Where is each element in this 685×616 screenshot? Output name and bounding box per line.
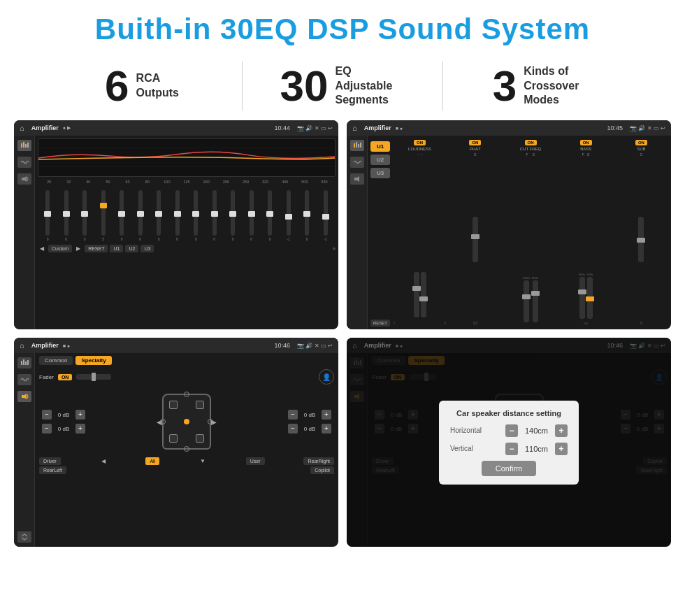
svg-rect-11 — [360, 143, 361, 148]
eq-home-icon[interactable]: ⌂ — [20, 124, 24, 132]
u2-btn[interactable]: U2 — [370, 155, 390, 165]
dialog-vertical-minus[interactable]: − — [505, 443, 518, 455]
dialog-horizontal-value: 140cm — [521, 427, 552, 435]
confirm-button[interactable]: Confirm — [482, 461, 537, 476]
dialog-vertical-plus[interactable]: + — [555, 443, 568, 455]
freq-32: 32 — [59, 180, 78, 184]
fader-tab-specialty[interactable]: Specialty — [75, 356, 111, 365]
rear-right-btn[interactable]: RearRight — [303, 457, 334, 465]
db-value-tr: 0 dB — [300, 412, 319, 418]
fader-sidebar-eq-icon[interactable] — [17, 357, 31, 368]
db-value-br: 0 dB — [300, 426, 319, 432]
crossover-sidebar-eq-icon[interactable] — [350, 140, 364, 151]
crossover-home-icon[interactable]: ⌂ — [352, 124, 357, 132]
eq-u3-btn[interactable]: U3 — [140, 245, 154, 252]
eq-slider-11[interactable]: 0 — [243, 190, 261, 241]
eq-slider-4[interactable]: 0 — [113, 190, 131, 241]
eq-expand-icon[interactable]: » — [333, 245, 336, 252]
eq-u2-btn[interactable]: U2 — [125, 245, 138, 252]
eq-slider-2[interactable]: 0 — [76, 190, 94, 241]
eq-slider-1[interactable]: 0 — [58, 190, 75, 241]
driver-btn[interactable]: Driver — [39, 457, 61, 465]
db-minus-bl[interactable]: − — [42, 424, 52, 434]
eq-sidebar-vol-icon[interactable] — [17, 173, 31, 185]
freq-630: 630 — [315, 180, 334, 184]
eq-slider-7[interactable]: 0 — [169, 190, 187, 241]
phat-on-btn[interactable]: ON — [469, 140, 481, 145]
stat-text-eq: EQ Adjustable Segments — [335, 64, 405, 108]
user-btn[interactable]: User — [246, 457, 265, 465]
freq-80: 80 — [138, 180, 157, 184]
crossover-reset-btn[interactable]: RESET — [370, 320, 390, 327]
page-title: Buith-in 30EQ DSP Sound System — [0, 13, 685, 46]
eq-sidebar-eq-icon[interactable] — [17, 140, 31, 151]
crossover-topbar: ⌂ Amplifier ■ ● 10:45 📷 🔊 ✕ ▭ ↩ — [347, 120, 671, 136]
eq-u1-btn[interactable]: U1 — [110, 245, 123, 252]
fader-home-icon[interactable]: ⌂ — [20, 341, 24, 350]
eq-slider-10[interactable]: 0 — [224, 190, 242, 241]
stat-text-crossover: Kinds of Crossover Modes — [524, 64, 593, 108]
rear-left-btn[interactable]: RearLeft — [39, 466, 66, 474]
sub-on-btn[interactable]: ON — [635, 140, 647, 145]
db-plus-bl[interactable]: + — [75, 424, 85, 434]
eq-prev-btn[interactable]: ◀ — [38, 244, 46, 253]
freq-50: 50 — [98, 180, 117, 184]
copilot-btn[interactable]: Copilot — [310, 466, 334, 474]
loudness-label: LOUDNESS — [408, 147, 431, 151]
fader-sidebar-vol-icon[interactable] — [17, 391, 31, 402]
dialog-vertical-label: Vertical — [450, 445, 473, 452]
dialog-vertical-control: − 110cm + — [505, 443, 568, 455]
crossover-sidebar-vol-icon[interactable] — [350, 173, 364, 185]
db-plus-br[interactable]: + — [322, 424, 331, 434]
eq-slider-12[interactable]: 0 — [261, 190, 279, 241]
fader-slider-h[interactable] — [76, 374, 111, 380]
fader-on-btn[interactable]: ON — [58, 374, 73, 380]
db-minus-tl[interactable]: − — [42, 410, 52, 420]
eq-slider-0[interactable]: 0 — [39, 190, 57, 241]
eq-slider-14[interactable]: 0 — [298, 190, 316, 241]
eq-slider-8[interactable]: 0 — [187, 190, 205, 241]
fader-time: 10:46 — [275, 342, 291, 349]
dialog-horizontal-minus[interactable]: − — [505, 424, 518, 437]
eq-slider-9[interactable]: 0 — [206, 190, 224, 241]
eq-slider-5[interactable]: 0 — [132, 190, 150, 241]
eq-slider-3[interactable]: 5 — [95, 190, 113, 241]
user-icon[interactable]: 👤 — [319, 369, 334, 385]
fader-sidebar — [14, 353, 35, 547]
freq-160: 160 — [196, 180, 216, 184]
db-minus-br[interactable]: − — [288, 424, 298, 434]
u1-btn[interactable]: U1 — [370, 141, 390, 152]
freq-320: 320 — [256, 180, 275, 184]
eq-slider-15[interactable]: -1 — [317, 190, 335, 241]
all-btn[interactable]: All — [145, 457, 159, 465]
loudness-on-btn[interactable]: ON — [414, 140, 426, 145]
fader-sidebar-wave-icon[interactable] — [17, 374, 31, 385]
eq-sidebar-wave-icon[interactable] — [17, 157, 31, 168]
eq-slider-6[interactable]: 0 — [150, 190, 168, 241]
crossover-content: U1 U2 U3 RESET ON LOUDNESS ~~ — [368, 136, 671, 329]
fader-tab-common[interactable]: Common — [39, 356, 73, 365]
stat-number-rca: 6 — [105, 64, 129, 108]
db-plus-tr[interactable]: + — [322, 410, 331, 420]
fader-car-section: − 0 dB + − 0 dB + ◀ — [39, 390, 334, 453]
fader-sidebar-expand-icon[interactable] — [17, 531, 31, 543]
u3-btn[interactable]: U3 — [370, 168, 390, 178]
eq-reset-btn[interactable]: RESET — [85, 245, 108, 252]
eq-slider-13[interactable]: -1 — [280, 190, 298, 241]
crossover-sidebar-wave-icon[interactable] — [350, 157, 364, 168]
db-row-tl: − 0 dB + — [42, 410, 85, 420]
eq-graph — [38, 138, 336, 177]
fader-content: Common Specialty Fader ON 👤 — [35, 353, 338, 547]
eq-play-btn[interactable]: ▶ — [74, 244, 82, 253]
db-minus-tr[interactable]: − — [288, 410, 298, 420]
fader-bottom-arrow-left[interactable]: ◀ — [100, 458, 107, 464]
bass-on-btn[interactable]: ON — [580, 140, 592, 145]
eq-custom-btn[interactable]: Custom — [48, 245, 72, 252]
db-plus-tl[interactable]: + — [75, 410, 85, 420]
cutfreq-on-btn[interactable]: ON — [525, 140, 537, 145]
channel-phat: ON PHAT G 3.0 — [448, 140, 502, 325]
screen-crossover: ⌂ Amplifier ■ ● 10:45 📷 🔊 ✕ ▭ ↩ — [347, 120, 671, 329]
fader-bottom-arrow-right[interactable]: ▼ — [199, 458, 207, 464]
svg-marker-12 — [354, 176, 359, 182]
dialog-horizontal-plus[interactable]: + — [555, 424, 568, 437]
